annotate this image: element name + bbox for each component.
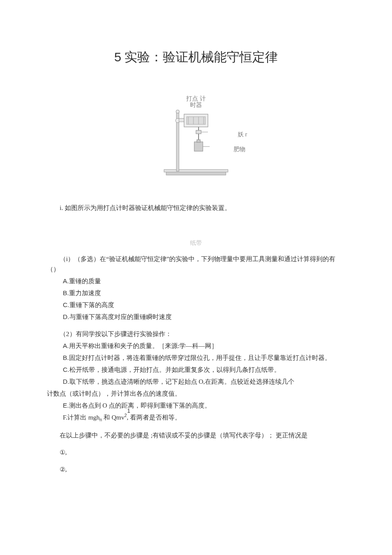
fraction-one: 1 bbox=[127, 407, 130, 416]
figure-label-clip: 妖 r bbox=[238, 131, 247, 138]
figure-label-timer: 打点 计 时器 bbox=[186, 95, 206, 109]
title-number: 5 bbox=[114, 50, 121, 64]
q2-step-d-tail: 计数点（或计时点），并计算出各点的速度值。 bbox=[47, 388, 345, 399]
figure-label-mass: 肥物 bbox=[233, 146, 245, 152]
q1-option-c: C.重锤下落的高度 bbox=[47, 300, 345, 310]
q1-option-b: B.重力加速度 bbox=[47, 288, 345, 298]
q2-step-c: C.松开纸带，接通电源，开始打点。并如此重复多次，以得到几条打点纸带。 bbox=[47, 365, 345, 375]
svg-rect-7 bbox=[187, 117, 205, 124]
q2-step-a: A.用天平称出重锤和夹子的质量。［来源:学—科—网］ bbox=[47, 341, 345, 351]
page-title: 5 实验：验证机械能守恒定律 bbox=[47, 47, 345, 67]
q2-stem: （2）有同学按以下步骤进行实验操作： bbox=[47, 329, 345, 339]
blank-1: ①, bbox=[47, 447, 345, 457]
svg-rect-13 bbox=[196, 130, 201, 134]
q2-step-f: 1 F.计算出 mghn 和 Qmv2, 看两者是否相等。 bbox=[47, 412, 345, 423]
tail-instruction: 在以上步骤中，不必要的步骤是 ;有错误或不妥的步骤是（填写代表字母）； 更正情况… bbox=[47, 430, 345, 440]
svg-rect-15 bbox=[194, 142, 203, 151]
svg-point-3 bbox=[176, 110, 179, 113]
q2-step-d: D.取下纸带，挑选点迹清晰的纸带，记下起始点 O,在距离。点较近处选择连续几个 bbox=[47, 377, 345, 387]
svg-rect-1 bbox=[164, 170, 228, 172]
apparatus-figure: 打点 计 时器 妖 r 肥物 bbox=[47, 97, 345, 186]
q2-step-e: E.测出各点到 O 点的距离，即得到重锤下落的高度。 bbox=[47, 400, 345, 411]
intro-text: i. 如图所示为用打点计时器验证机械能守恒定律的实验装置。 bbox=[47, 203, 345, 213]
q1-option-a: A.重锤的质量 bbox=[47, 276, 345, 286]
q1-stem: （i）（多选）在“验证机械能守恒定律”的实验中，下列物理量中要用工具测量和通过计… bbox=[47, 254, 345, 274]
q2-step-b: B.固定好打点计时器，将连着重锤的纸带穿过限位孔，用手提住，且让手尽量靠近打点计… bbox=[47, 353, 345, 363]
blank-2: ②, bbox=[47, 464, 345, 474]
tape-caption: 纸带 bbox=[47, 239, 345, 248]
q1-option-d: D.与重锤下落高度对应的重锤瞬时速度 bbox=[47, 312, 345, 322]
title-text: 实验：验证机械能守恒定律 bbox=[124, 50, 278, 64]
svg-rect-16 bbox=[197, 140, 200, 142]
apparatus-svg bbox=[158, 97, 234, 182]
